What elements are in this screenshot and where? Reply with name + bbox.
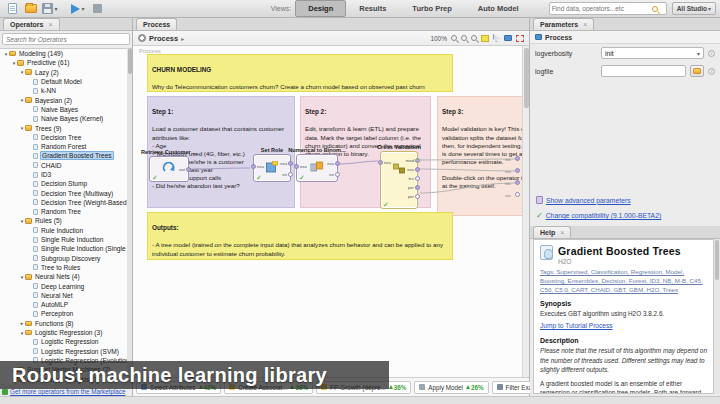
view-tab-turbo-prep[interactable]: Turbo Prep xyxy=(399,0,464,17)
tree-item[interactable]: ▾ Trees (9) xyxy=(0,123,127,132)
zoom-in-icon[interactable] xyxy=(461,35,467,41)
new-process-button[interactable] xyxy=(4,2,20,16)
port-exa-in[interactable] xyxy=(294,164,299,169)
port-exa-out[interactable] xyxy=(415,167,420,172)
canvas-scrollbar-thumb[interactable] xyxy=(524,48,529,108)
view-tab-design[interactable]: Design xyxy=(295,0,346,17)
show-order-icon[interactable] xyxy=(516,35,524,42)
port-out[interactable] xyxy=(186,167,191,172)
tree-item[interactable]: Logistic Regression xyxy=(0,337,127,346)
operator-cross-validation[interactable]: Cross Validation ✓ exa mod exa tes per p… xyxy=(380,151,418,209)
auto-wire-icon[interactable] xyxy=(504,35,512,41)
tree-item[interactable]: Tree to Rules xyxy=(0,263,127,272)
view-tab-auto-model[interactable]: Auto Model xyxy=(465,0,532,17)
change-compatibility-link[interactable]: Change compatibility (9.1.000-BETA2) xyxy=(546,212,661,219)
show-advanced-parameters-link[interactable]: Show advanced parameters xyxy=(546,197,631,204)
tree-scrollbar-thumb[interactable] xyxy=(128,48,132,74)
save-dropdown-icon[interactable]: ▾ xyxy=(54,5,57,12)
result-port-4[interactable] xyxy=(515,192,520,197)
tree-item[interactable]: Rule Induction xyxy=(0,226,127,235)
tree-item[interactable]: ▸ Functions (8) xyxy=(0,319,127,328)
tree-item[interactable]: ▾ Neural Nets (4) xyxy=(0,272,127,281)
zoom-out-icon[interactable] xyxy=(451,35,457,41)
tree-item[interactable]: Single Rule Induction xyxy=(0,235,127,244)
tree-item[interactable]: ▾ Modeling (149) xyxy=(0,49,127,58)
global-search-input[interactable] xyxy=(552,5,652,12)
result-port-1[interactable] xyxy=(515,156,520,161)
result-port-3[interactable] xyxy=(515,180,520,185)
result-port-2[interactable] xyxy=(515,168,520,173)
tree-item[interactable]: Logistic Regression (SVM) xyxy=(0,347,127,356)
info-icon[interactable]: i xyxy=(708,50,715,57)
port-tes-out[interactable] xyxy=(415,176,420,181)
tree-item[interactable]: k-NN xyxy=(0,86,127,95)
open-button[interactable] xyxy=(23,2,39,16)
run-button[interactable]: ▾ xyxy=(70,2,86,16)
port-mod-out[interactable] xyxy=(415,158,420,163)
tree-item[interactable]: ▾ Rules (5) xyxy=(0,216,127,225)
operator-numerical-to-binominal[interactable]: Numerical to Binom... ✓ exa exa ori xyxy=(296,154,338,182)
tree-item[interactable]: ▾ Lazy (2) xyxy=(0,68,127,77)
port-exa-out[interactable] xyxy=(288,161,293,166)
logfile-browse-button[interactable] xyxy=(690,65,704,77)
port-exa-out[interactable] xyxy=(335,161,340,166)
tree-item[interactable]: Decision Tree xyxy=(0,133,127,142)
port-exa-in[interactable] xyxy=(378,160,383,165)
port-per-out[interactable] xyxy=(415,185,420,190)
jump-to-tutorial-link[interactable]: Jump to Tutorial Process xyxy=(540,322,613,329)
zoom-fit-icon[interactable] xyxy=(471,35,477,41)
tree-item[interactable]: Decision Stump xyxy=(0,179,127,188)
tree-scrollbar[interactable] xyxy=(127,48,132,384)
tree-item[interactable]: ID3 xyxy=(0,170,127,179)
tree-item[interactable]: Gradient Boosted Trees xyxy=(0,151,127,160)
tree-item[interactable]: Random Tree xyxy=(0,207,127,216)
view-tab-results[interactable]: Results xyxy=(346,0,399,17)
process-canvas[interactable]: Process CHURN MODELING Why do Telecommun… xyxy=(133,46,522,377)
tree-item[interactable]: Default Model xyxy=(0,77,127,86)
help-scrollbar[interactable] xyxy=(714,239,720,394)
close-icon[interactable]: × xyxy=(560,229,564,236)
marketplace-link[interactable]: Get more operators from the Marketplace xyxy=(10,388,126,395)
note-outputs[interactable]: Outputs: - A tree model (trained on the … xyxy=(147,212,453,260)
add-note-icon[interactable] xyxy=(481,35,489,42)
tree-item[interactable]: Naive Bayes xyxy=(0,105,127,114)
tree-item[interactable]: Deep Learning xyxy=(0,281,127,290)
port-exa-in[interactable] xyxy=(251,164,256,169)
help-tags[interactable]: Tags: Supervised, Classification, Regres… xyxy=(540,268,707,295)
logverbosity-select[interactable]: init ▾ xyxy=(601,47,704,59)
operators-tab[interactable]: Operators × xyxy=(3,18,60,30)
global-search[interactable] xyxy=(549,2,667,15)
tree-item[interactable]: Naive Bayes (Kernel) xyxy=(0,114,127,123)
tree-item[interactable]: CHAID xyxy=(0,161,127,170)
select-tool-icon[interactable] xyxy=(493,34,500,42)
tree-item[interactable]: Subgroup Discovery xyxy=(0,254,127,263)
info-icon[interactable]: i xyxy=(708,68,715,75)
canvas-scrollbar[interactable] xyxy=(522,46,529,377)
port-per2-out[interactable] xyxy=(415,194,420,199)
close-icon[interactable]: × xyxy=(48,21,52,28)
tree-item[interactable]: Single Rule Induction (Single Attribute) xyxy=(0,244,127,253)
tree-item[interactable]: ▾ Logistic Regression (3) xyxy=(0,328,127,337)
note-step3[interactable]: Step 3: Model validation is key! This cr… xyxy=(437,96,522,216)
port-ori-out[interactable] xyxy=(288,172,293,177)
tree-item[interactable]: AutoMLP xyxy=(0,300,127,309)
operator-search-input[interactable] xyxy=(6,36,126,43)
search-icon[interactable] xyxy=(652,6,658,12)
tree-item[interactable]: ▾ Bayesian (2) xyxy=(0,95,127,104)
stop-button[interactable] xyxy=(89,2,105,16)
logfile-input[interactable] xyxy=(601,65,686,77)
help-scrollbar-thumb[interactable] xyxy=(715,240,719,280)
tree-item[interactable]: Decision Tree (Multiway) xyxy=(0,188,127,197)
tree-item[interactable]: ▾ Predictive (61) xyxy=(0,58,127,67)
breadcrumb-label[interactable]: Process xyxy=(149,34,178,43)
run-dropdown-icon[interactable]: ▾ xyxy=(81,5,84,12)
search-scope-dropdown[interactable]: All Studio ▾ xyxy=(672,2,716,15)
port-ori-out[interactable] xyxy=(335,172,340,177)
tree-item[interactable]: Random Forest xyxy=(0,142,127,151)
operator-retrieve-customer[interactable]: Retrieve Customer ... ✓ out xyxy=(149,156,189,182)
process-tab[interactable]: Process xyxy=(136,18,177,30)
tree-item[interactable]: Decision Tree (Weight-Based) xyxy=(0,198,127,207)
save-button[interactable]: ▾ xyxy=(42,2,58,16)
parameters-tab[interactable]: Parameters × xyxy=(533,18,594,30)
operator-search[interactable] xyxy=(2,33,130,45)
